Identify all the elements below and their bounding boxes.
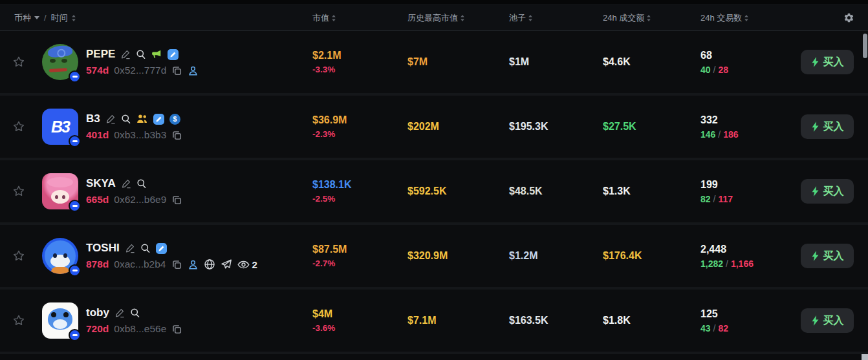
txns-total: 68 — [700, 50, 790, 61]
volume-24h-value: $27.5K — [603, 121, 636, 132]
token-row[interactable]: PEPE574d0x52...777d$2.1M-3.3%$7M$1M$4.6K… — [0, 31, 868, 96]
table-settings — [790, 12, 868, 23]
token-info-cell: SKYA665d0x62...b6e9 — [84, 177, 307, 206]
eye-icon[interactable] — [237, 260, 250, 270]
buy-button[interactable]: 买入 — [801, 244, 854, 268]
sort-icon[interactable] — [744, 14, 749, 22]
favorite-star-icon[interactable] — [12, 313, 26, 328]
market-cap-cell: $36.9M-2.3% — [307, 114, 402, 139]
plane-icon[interactable] — [221, 259, 232, 270]
copy-icon[interactable] — [171, 130, 182, 141]
favorite-cell — [0, 55, 38, 69]
market-cap-cell: $4M-3.6% — [307, 308, 402, 333]
telegram-icon[interactable] — [168, 49, 179, 60]
header-pool[interactable]: 池子 — [504, 12, 598, 24]
token-meta-line: 574d0x52...777d — [86, 65, 307, 76]
favorite-star-icon[interactable] — [12, 120, 26, 134]
sort-icon[interactable] — [331, 14, 336, 22]
header-txns-24h[interactable]: 24h 交易数 — [695, 12, 790, 24]
header-pool-label: 池子 — [509, 12, 526, 24]
price-change-24h: -2.3% — [312, 129, 402, 139]
txns-sells: 28 — [718, 65, 728, 75]
copy-icon[interactable] — [171, 259, 182, 270]
sort-icon[interactable] — [646, 14, 651, 22]
txns-separator: / — [718, 129, 721, 140]
volume-24h-cell: $176.4K — [598, 250, 695, 262]
search-icon[interactable] — [130, 308, 140, 318]
search-icon[interactable] — [136, 178, 147, 189]
person-icon[interactable] — [188, 65, 199, 76]
buy-button-label: 买入 — [823, 185, 844, 198]
ath-market-cap-value: $7M — [407, 56, 428, 67]
buy-button[interactable]: 买入 — [801, 179, 854, 204]
buy-button[interactable]: 买入 — [801, 114, 854, 139]
price-change-24h: -2.7% — [312, 259, 402, 268]
sort-icon[interactable] — [460, 14, 465, 22]
search-icon[interactable] — [136, 49, 146, 59]
edit-icon[interactable] — [120, 49, 131, 59]
price-change-24h: -2.5% — [312, 194, 402, 204]
copy-icon[interactable] — [171, 195, 182, 206]
pool-cell: $163.5K — [504, 315, 598, 326]
favorite-star-icon[interactable] — [12, 249, 26, 263]
copy-icon[interactable] — [171, 65, 182, 76]
token-row[interactable]: TOSHI878d0xac...b2b42$87.5M-2.7%$320.9M$… — [0, 225, 868, 290]
header-volume-24h[interactable]: 24h 成交额 — [598, 12, 695, 24]
token-avatar — [42, 44, 78, 80]
pool-cell: $48.5K — [504, 185, 598, 197]
person-icon[interactable] — [188, 259, 199, 270]
base-chain-badge-icon — [69, 329, 81, 341]
txns-buy-sell-line: 40/28 — [700, 65, 790, 75]
txns-separator: / — [726, 259, 728, 269]
txns-total: 199 — [700, 179, 790, 191]
buy-cell: 买入 — [790, 308, 868, 333]
search-icon[interactable] — [121, 114, 131, 124]
favorite-star-icon[interactable] — [12, 184, 26, 198]
token-name: B3 — [86, 112, 100, 125]
token-meta-line: 665d0x62...b6e9 — [86, 194, 307, 206]
header-mcap[interactable]: 市值 — [307, 12, 402, 24]
header-ath-mcap[interactable]: 历史最高市值 — [402, 12, 504, 24]
token-address: 0xac...b2b4 — [114, 259, 166, 270]
token-name-line: toby — [86, 306, 307, 319]
search-icon[interactable] — [140, 243, 151, 253]
buy-button[interactable]: 买入 — [801, 50, 854, 74]
token-row[interactable]: SKYA665d0x62...b6e9$138.1K-2.5%$592.5K$4… — [0, 160, 868, 225]
buy-button[interactable]: 买入 — [801, 308, 854, 333]
volume-24h-value: $176.4K — [603, 250, 642, 261]
edit-icon[interactable] — [114, 308, 125, 318]
txns-24h-cell: 19982/117 — [695, 179, 790, 204]
caret-down-icon[interactable] — [34, 16, 39, 19]
edit-icon[interactable] — [121, 178, 131, 189]
vertical-scrollbar-thumb[interactable] — [863, 34, 867, 58]
people-icon[interactable] — [136, 114, 148, 124]
favorite-star-icon[interactable] — [12, 55, 26, 69]
edit-icon[interactable] — [105, 114, 116, 124]
telegram-icon[interactable] — [156, 243, 167, 254]
usdc-icon[interactable]: $ — [169, 114, 180, 125]
token-screener-table: 币种 / 时间 市值 历史最高市值 池子 24h 成交额 24h 交易数 — [0, 0, 868, 360]
favorite-cell — [0, 249, 38, 263]
token-row[interactable]: B3B3$401d0xb3...b3b3$36.9M-2.3%$202M$195… — [0, 96, 868, 160]
gear-icon[interactable] — [843, 12, 854, 23]
favorite-cell — [0, 120, 38, 134]
sort-icon[interactable] — [528, 14, 533, 22]
copy-icon[interactable] — [171, 324, 182, 335]
txns-sells: 186 — [723, 129, 738, 140]
edit-icon[interactable] — [125, 243, 135, 253]
pool-cell: $1M — [504, 56, 598, 68]
token-row[interactable]: toby720d0xb8...e56e$4M-3.6%$7.1M$163.5K$… — [0, 290, 868, 354]
ath-market-cap-cell: $7.1M — [402, 315, 504, 326]
volume-24h-cell: $4.6K — [598, 56, 695, 68]
market-cap-cell: $87.5M-2.7% — [307, 244, 402, 268]
header-token-time[interactable]: 币种 / 时间 — [0, 12, 307, 24]
telegram-icon[interactable] — [153, 114, 164, 125]
megaphone-icon[interactable] — [151, 49, 162, 59]
globe-icon[interactable] — [204, 259, 215, 270]
sort-icon[interactable] — [71, 14, 76, 22]
base-chain-badge-icon — [69, 200, 81, 212]
txns-buy-sell-line: 1,282/1,166 — [700, 259, 790, 269]
svg-text:$: $ — [173, 115, 177, 123]
market-cap-cell: $2.1M-3.3% — [307, 50, 402, 74]
txns-separator: / — [713, 194, 716, 204]
